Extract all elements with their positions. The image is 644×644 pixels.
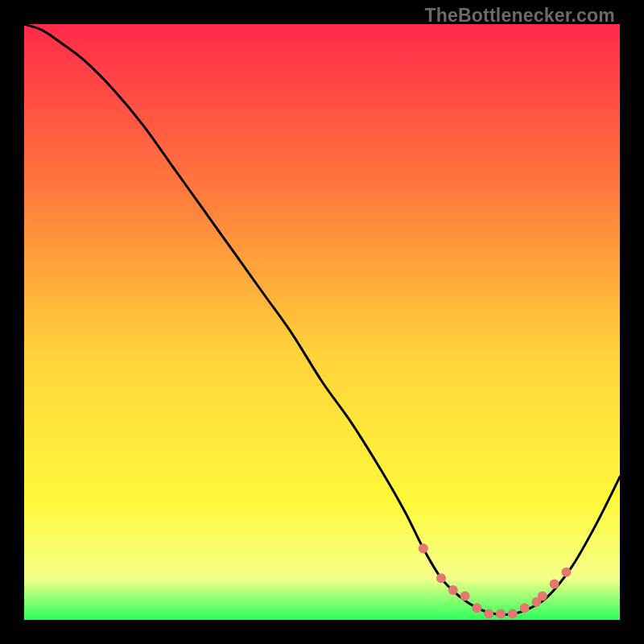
highlight-dot (419, 543, 428, 553)
highlight-dot (448, 585, 458, 595)
bottleneck-curve (24, 24, 620, 615)
highlight-dot (484, 609, 493, 619)
highlight-dot (460, 591, 470, 601)
highlight-dot (508, 609, 518, 619)
watermark-text: TheBottlenecker.com (425, 5, 615, 27)
highlight-dot (520, 603, 530, 613)
plot-area (24, 24, 620, 620)
highlight-dot (538, 591, 547, 601)
curve-layer (24, 24, 620, 620)
highlight-dot (472, 603, 481, 613)
highlight-dot (436, 573, 446, 583)
highlight-dot (550, 580, 559, 589)
chart-stage: TheBottlenecker.com (0, 0, 644, 644)
highlight-dots (419, 543, 572, 618)
highlight-dot (496, 609, 506, 619)
highlight-dot (561, 568, 571, 577)
